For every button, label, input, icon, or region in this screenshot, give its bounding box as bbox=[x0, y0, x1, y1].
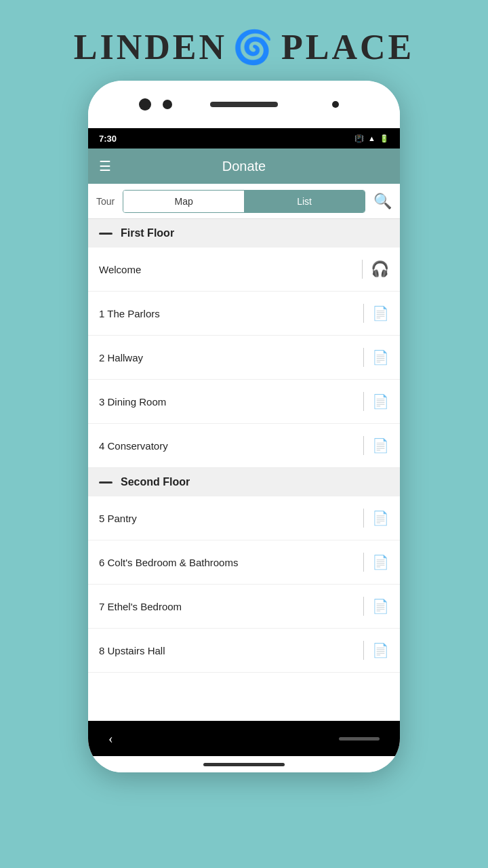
item-name-conservatory: 4 Conservatory bbox=[99, 440, 363, 452]
phone-frame: 7:30 📳 ▲ 🔋 ☰ Donate Tour Map List 🔍 bbox=[88, 81, 400, 772]
document-icon: 📄 bbox=[372, 349, 389, 366]
item-divider bbox=[363, 348, 364, 367]
app-logo-symbol: 🌀 bbox=[232, 28, 276, 66]
status-time: 7:30 bbox=[99, 134, 117, 144]
list-item-pantry[interactable]: 5 Pantry 📄 bbox=[88, 496, 400, 540]
item-divider bbox=[363, 509, 364, 528]
vibrate-icon: 📳 bbox=[354, 134, 364, 143]
item-name-the-parlors: 1 The Parlors bbox=[99, 308, 363, 319]
item-name-hallway: 2 Hallway bbox=[99, 352, 363, 363]
phone-top-bezel bbox=[88, 81, 400, 128]
app-title: LINDEN 🌀 PLACE bbox=[74, 27, 415, 67]
item-divider bbox=[363, 597, 364, 616]
tour-nav: Tour Map List 🔍 bbox=[88, 184, 400, 219]
home-indicator[interactable] bbox=[339, 737, 380, 741]
item-divider bbox=[363, 392, 364, 411]
header-title: Donate bbox=[222, 159, 266, 174]
hamburger-icon[interactable]: ☰ bbox=[99, 158, 111, 174]
section-dash bbox=[99, 481, 113, 484]
phone-camera-right bbox=[163, 100, 172, 109]
list-item-ethels-bedroom[interactable]: 7 Ethel's Bedroom 📄 bbox=[88, 585, 400, 629]
item-name-ethels-bedroom: 7 Ethel's Bedroom bbox=[99, 601, 363, 612]
document-icon: 📄 bbox=[372, 510, 389, 526]
list-item-upstairs-hall[interactable]: 8 Upstairs Hall 📄 bbox=[88, 629, 400, 673]
document-icon: 📄 bbox=[372, 554, 389, 570]
section-title-first-floor: First Floor bbox=[121, 227, 174, 239]
status-icons: 📳 ▲ 🔋 bbox=[354, 134, 389, 143]
item-divider bbox=[363, 304, 364, 323]
search-icon[interactable]: 🔍 bbox=[373, 193, 392, 210]
document-icon: 📄 bbox=[372, 393, 389, 410]
list-content[interactable]: First Floor Welcome 🎧 1 The Parlors 📄 2 … bbox=[88, 219, 400, 721]
item-name-welcome: Welcome bbox=[99, 264, 362, 275]
battery-icon: 🔋 bbox=[380, 134, 389, 143]
list-item-welcome[interactable]: Welcome 🎧 bbox=[88, 248, 400, 292]
document-icon: 📄 bbox=[372, 598, 389, 614]
list-item-conservatory[interactable]: 4 Conservatory 📄 bbox=[88, 424, 400, 468]
document-icon: 📄 bbox=[372, 642, 389, 658]
phone-home-bar bbox=[88, 756, 400, 772]
status-bar: 7:30 📳 ▲ 🔋 bbox=[88, 128, 400, 149]
app-header: ☰ Donate bbox=[88, 149, 400, 184]
list-item-colts-bedroom[interactable]: 6 Colt's Bedroom & Bathrooms 📄 bbox=[88, 540, 400, 585]
phone-screen: 7:30 📳 ▲ 🔋 ☰ Donate Tour Map List 🔍 bbox=[88, 128, 400, 756]
app-title-part2: PLACE bbox=[281, 27, 414, 67]
section-title-second-floor: Second Floor bbox=[121, 476, 190, 488]
item-name-pantry: 5 Pantry bbox=[99, 513, 363, 524]
section-header-second-floor: Second Floor bbox=[88, 468, 400, 496]
list-item-dining-room[interactable]: 3 Dining Room 📄 bbox=[88, 380, 400, 424]
section-header-first-floor: First Floor bbox=[88, 219, 400, 248]
home-bar-indicator bbox=[203, 763, 285, 766]
wifi-icon: ▲ bbox=[368, 134, 375, 142]
list-item-hallway[interactable]: 2 Hallway 📄 bbox=[88, 336, 400, 380]
section-dash bbox=[99, 233, 113, 235]
map-toggle-btn[interactable]: Map bbox=[123, 191, 244, 212]
document-icon: 📄 bbox=[372, 437, 389, 454]
document-icon: 📄 bbox=[372, 305, 389, 321]
item-divider bbox=[363, 436, 364, 455]
headphones-icon: 🎧 bbox=[371, 260, 389, 278]
phone-camera-left bbox=[139, 98, 151, 111]
item-name-dining-room: 3 Dining Room bbox=[99, 396, 363, 408]
back-button[interactable]: ‹ bbox=[108, 731, 113, 747]
tour-label: Tour bbox=[96, 196, 115, 207]
list-item-the-parlors[interactable]: 1 The Parlors 📄 bbox=[88, 292, 400, 336]
list-toggle-btn[interactable]: List bbox=[244, 191, 365, 212]
item-divider bbox=[362, 260, 363, 279]
app-title-part1: LINDEN bbox=[74, 27, 227, 67]
item-name-colts-bedroom: 6 Colt's Bedroom & Bathrooms bbox=[99, 557, 363, 568]
phone-sensor bbox=[332, 101, 339, 108]
phone-speaker bbox=[210, 102, 278, 107]
phone-bottom-nav: ‹ bbox=[88, 721, 400, 756]
view-toggle-group: Map List bbox=[123, 190, 365, 213]
item-name-upstairs-hall: 8 Upstairs Hall bbox=[99, 645, 363, 656]
item-divider bbox=[363, 553, 364, 572]
item-divider bbox=[363, 641, 364, 660]
